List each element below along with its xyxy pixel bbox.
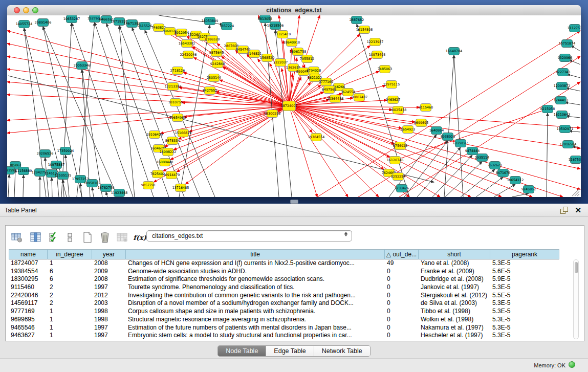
graph-node-label: 16914479 xyxy=(163,173,180,177)
close-panel-icon[interactable]: ✕ xyxy=(575,206,581,215)
cell: Disruption of a novel member of a sodium… xyxy=(126,299,385,308)
panel-divider-handle[interactable] xyxy=(290,200,298,204)
cell: 1 xyxy=(48,316,92,324)
graph-node-label: 15751874 xyxy=(559,41,576,46)
cell: Embryonic stem cells: a model to study s… xyxy=(126,332,385,340)
cell: Structural magnetic resonance image aver… xyxy=(126,316,385,324)
graph-node-label: 7485063 xyxy=(378,67,392,71)
cell: 22420046 xyxy=(9,292,48,300)
network-window-titlebar[interactable]: citations_edges.txt xyxy=(7,5,581,16)
column-header-title[interactable]: title xyxy=(126,249,385,259)
cell: Wolkin et al. (1998) xyxy=(419,316,490,324)
scrollbar-thumb[interactable] xyxy=(575,262,578,273)
cell: 2 xyxy=(48,292,92,300)
float-panel-icon[interactable] xyxy=(560,207,568,214)
table-panel-header: Table Panel ✕ xyxy=(0,204,588,217)
network-canvas[interactable]: 7463822896012889129541522605893275088186… xyxy=(7,15,581,197)
cell: 9777169 xyxy=(9,308,48,316)
graph-node-label: 1733426 xyxy=(395,186,409,190)
cell: 1 xyxy=(48,324,92,332)
column-header-pagerank[interactable]: pagerank xyxy=(490,249,559,259)
table-row[interactable]: 2242004622012Investigating the contribut… xyxy=(9,292,563,300)
selected-network-table: citations_edges.txt xyxy=(152,232,203,239)
table-panel-title: Table Panel xyxy=(5,207,37,214)
unselect-rows-icon[interactable] xyxy=(63,231,77,244)
graph-edge xyxy=(567,74,580,78)
table-row[interactable]: 911546021997Tourette syndrome. Phenomeno… xyxy=(9,283,563,292)
graph-node-label: 19218506 xyxy=(267,24,284,28)
graph-node-label: 10807487 xyxy=(351,95,368,99)
citation-network-graph[interactable]: 7463822896012889129541522605893275088186… xyxy=(7,15,581,197)
cell: 19384554 xyxy=(9,268,48,276)
table-row[interactable]: 946554611997Estimation of the future num… xyxy=(9,324,563,332)
column-header-out_de[interactable]: △ out_de... xyxy=(385,249,419,259)
fx-label: f(x) xyxy=(133,234,146,242)
cell: 5.3E-5 xyxy=(490,308,559,316)
cell: 5.5E-5 xyxy=(490,292,559,300)
column-header-in_degree[interactable]: in_degree xyxy=(48,249,92,259)
graph-node-label: 9146821 xyxy=(247,52,262,56)
cell: 2009 xyxy=(92,268,126,276)
graph-node-label: 9329966 xyxy=(558,56,572,60)
table-row[interactable]: 946362711997Embryonic stem cells: a mode… xyxy=(9,332,563,340)
canvas-resize-grip[interactable] xyxy=(572,189,579,196)
new-column-icon[interactable] xyxy=(80,231,95,244)
graph-edge xyxy=(289,106,532,197)
graph-node-label: 10653287 xyxy=(63,17,80,21)
tab-network-table[interactable]: Network Table xyxy=(314,346,370,356)
graph-node-label: 7615526 xyxy=(138,24,152,28)
cell: 2003 xyxy=(92,299,126,308)
network-table-selector[interactable]: citations_edges.txt xyxy=(146,230,352,242)
graph-edge xyxy=(7,106,289,120)
table-row[interactable]: 1938455462009Genome-wide association stu… xyxy=(9,268,563,276)
graph-node-label: 1810755 xyxy=(168,100,183,104)
cell: 1997 xyxy=(92,332,126,340)
table-options-icon[interactable] xyxy=(10,231,24,244)
graph-node-label: 1568520 xyxy=(260,56,274,60)
delete-table-icon[interactable] xyxy=(115,231,129,244)
table-row[interactable]: 1872400712008Changes of HCN gene express… xyxy=(9,259,563,268)
graph-node-label: 8454749 xyxy=(236,48,250,52)
graph-node-label: 10654112 xyxy=(507,178,524,182)
delete-column-icon[interactable] xyxy=(98,231,112,244)
table-row[interactable]: 969969511998Structural magnetic resonanc… xyxy=(9,316,563,324)
graph-node-label: 16782759 xyxy=(98,186,115,190)
tab-node-table[interactable]: Node Table xyxy=(218,346,266,356)
column-header-year[interactable]: year xyxy=(92,249,126,259)
function-builder-icon[interactable]: f(x) xyxy=(133,231,147,244)
cell: Dudbridge et al. (2008) xyxy=(419,275,490,283)
graph-edge xyxy=(461,169,495,197)
graph-node-label: 19384554 xyxy=(308,135,325,139)
graph-node-label: 16053809 xyxy=(202,19,219,23)
graph-node-label: 3624554 xyxy=(341,90,355,94)
graph-node-label: 11923468 xyxy=(111,191,128,195)
cell: 6 xyxy=(48,275,92,283)
graph-edge xyxy=(63,180,64,197)
graph-node-label: 9756928 xyxy=(393,144,407,148)
graph-node-label: 16099448 xyxy=(157,160,173,164)
select-all-rows-icon[interactable] xyxy=(47,231,61,244)
tab-edge-table[interactable]: Edge Table xyxy=(266,346,314,356)
cell: 2 xyxy=(48,283,92,292)
table-row[interactable]: 1830029562008Estimation of significance … xyxy=(9,275,563,283)
graph-node-label: 22420046 xyxy=(180,53,197,57)
table-row[interactable]: 977716911998Corpus callosum shape and si… xyxy=(9,308,563,316)
status-bar: Memory: OK xyxy=(0,358,588,372)
column-header-name[interactable]: name xyxy=(9,249,48,259)
graph-node-label: 14998222 xyxy=(160,150,177,154)
column-header-short[interactable]: short xyxy=(419,249,490,259)
memory-status-indicator[interactable] xyxy=(569,361,575,368)
cell: Tibbo et al. (1998) xyxy=(419,308,490,316)
cell: 9465546 xyxy=(9,324,48,332)
graph-node-label: 7632621 xyxy=(488,163,502,167)
graph-node-label: 8938923 xyxy=(441,135,455,139)
table-vertical-scrollbar[interactable] xyxy=(573,259,579,339)
graph-node-label: 16961758 xyxy=(290,50,307,54)
table-row[interactable]: 1456911722003Disruption of a novel membe… xyxy=(9,299,563,308)
graph-node-label: 1654923 xyxy=(401,127,415,132)
graph-edge xyxy=(23,175,24,197)
graph-node-label: 8471676 xyxy=(496,171,510,175)
cell: Estimation of the future numbers of pati… xyxy=(126,324,385,332)
show-column-icon[interactable] xyxy=(29,231,43,244)
graph-node-label: 9463627 xyxy=(386,98,400,102)
